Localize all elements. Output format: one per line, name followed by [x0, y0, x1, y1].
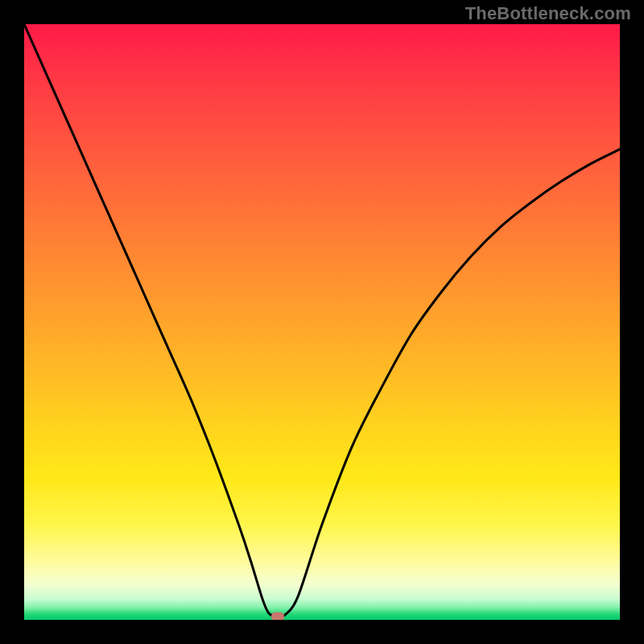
bottleneck-curve	[24, 24, 620, 620]
chart-frame: TheBottleneck.com	[0, 0, 644, 644]
optimal-point-marker	[271, 612, 284, 620]
watermark-text: TheBottleneck.com	[465, 3, 631, 24]
plot-area	[24, 24, 620, 620]
